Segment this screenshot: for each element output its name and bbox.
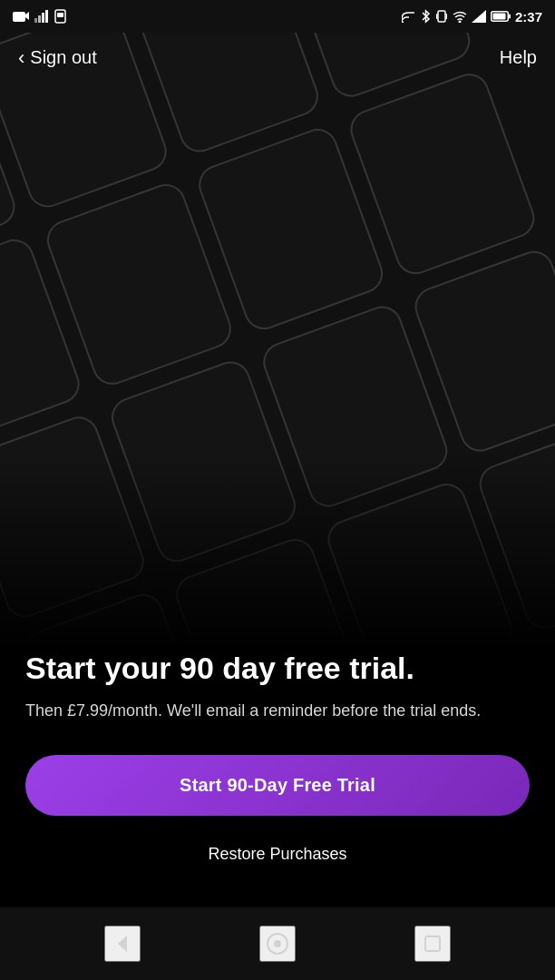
mobile-signal-icon (472, 10, 486, 23)
gradient-fade (0, 450, 555, 650)
svg-rect-11 (445, 14, 447, 19)
camera-icon (13, 10, 29, 23)
sim-icon (54, 9, 66, 24)
svg-rect-5 (45, 10, 48, 23)
wifi-icon (453, 11, 467, 23)
svg-rect-4 (42, 13, 44, 23)
sign-out-button[interactable]: ‹ Sign out (18, 47, 97, 68)
svg-rect-16 (509, 15, 511, 19)
svg-marker-1 (25, 12, 29, 20)
status-bar-right-icons: 2:37 (402, 9, 542, 24)
nav-back-icon (112, 934, 132, 954)
signal-icon (34, 10, 49, 23)
nav-recents-button[interactable] (414, 926, 451, 962)
svg-rect-10 (436, 14, 438, 19)
svg-point-12 (458, 20, 461, 23)
subtext: Then £7.99/month. We'll email a reminder… (25, 699, 530, 722)
start-trial-button[interactable]: Start 90-Day Free Trial (25, 755, 530, 816)
background-pattern (0, 33, 555, 650)
nav-home-button[interactable] (259, 926, 296, 962)
sign-out-label: Sign out (30, 47, 96, 68)
cast-icon (402, 10, 416, 23)
bluetooth-icon (421, 9, 431, 24)
status-bar: 2:37 (0, 0, 555, 33)
svg-point-19 (274, 940, 281, 947)
svg-marker-17 (118, 936, 127, 952)
restore-purchases-button[interactable]: Restore Purchases (25, 838, 530, 871)
svg-rect-9 (438, 11, 445, 22)
svg-rect-15 (492, 14, 505, 20)
bottom-nav (0, 907, 555, 980)
nav-recents-icon (424, 935, 442, 953)
headline: Start your 90 day free trial. (25, 651, 530, 686)
svg-marker-13 (472, 10, 486, 23)
battery-icon (491, 11, 511, 22)
svg-point-8 (402, 21, 404, 23)
help-button[interactable]: Help (500, 47, 537, 68)
svg-rect-20 (425, 936, 440, 951)
status-bar-left-icons (13, 9, 66, 24)
back-chevron-icon: ‹ (18, 48, 24, 68)
header: ‹ Sign out Help (0, 33, 555, 83)
svg-rect-0 (13, 12, 25, 22)
nav-home-icon (266, 932, 289, 956)
status-time: 2:37 (515, 9, 542, 24)
nav-back-button[interactable] (104, 926, 141, 962)
help-label: Help (500, 47, 537, 67)
svg-rect-7 (57, 13, 63, 17)
bottom-content: Start your 90 day free trial. Then £7.99… (0, 651, 555, 871)
vibrate-icon (435, 9, 448, 24)
svg-rect-3 (38, 15, 41, 23)
svg-rect-2 (34, 18, 37, 23)
